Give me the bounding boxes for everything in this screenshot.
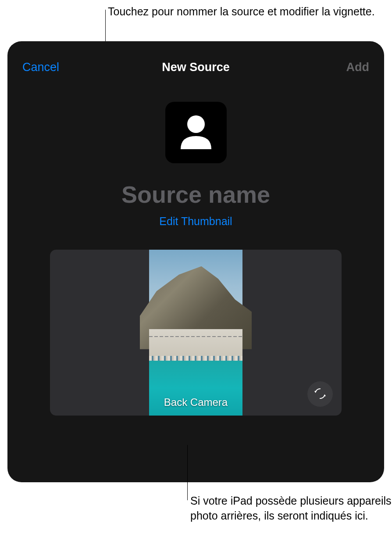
svg-marker-2	[324, 394, 326, 396]
cancel-button[interactable]: Cancel	[22, 61, 59, 74]
modal-title: New Source	[162, 61, 230, 74]
camera-preview-image: Back Camera	[149, 250, 242, 416]
flip-camera-icon	[313, 386, 328, 402]
camera-preview-container: Back Camera	[50, 250, 342, 416]
avatar-placeholder[interactable]	[165, 102, 227, 163]
flip-camera-button[interactable]	[307, 381, 333, 407]
new-source-modal: Cancel New Source Add Edit Thumbnail Bac…	[7, 41, 384, 482]
person-icon	[174, 110, 218, 155]
camera-label: Back Camera	[164, 396, 228, 409]
svg-point-0	[187, 115, 205, 133]
avatar-section: Edit Thumbnail	[7, 102, 384, 228]
callout-top-text: Touchez pour nommer la source et modifie…	[108, 4, 375, 19]
add-button[interactable]: Add	[346, 61, 369, 74]
svg-marker-1	[314, 391, 317, 393]
modal-header: Cancel New Source Add	[7, 41, 384, 77]
callout-bottom-text: Si votre iPad possède plusieurs appareil…	[190, 494, 392, 523]
source-name-input[interactable]	[7, 181, 384, 208]
callout-bottom-line	[187, 445, 188, 500]
edit-thumbnail-button[interactable]: Edit Thumbnail	[159, 215, 232, 228]
